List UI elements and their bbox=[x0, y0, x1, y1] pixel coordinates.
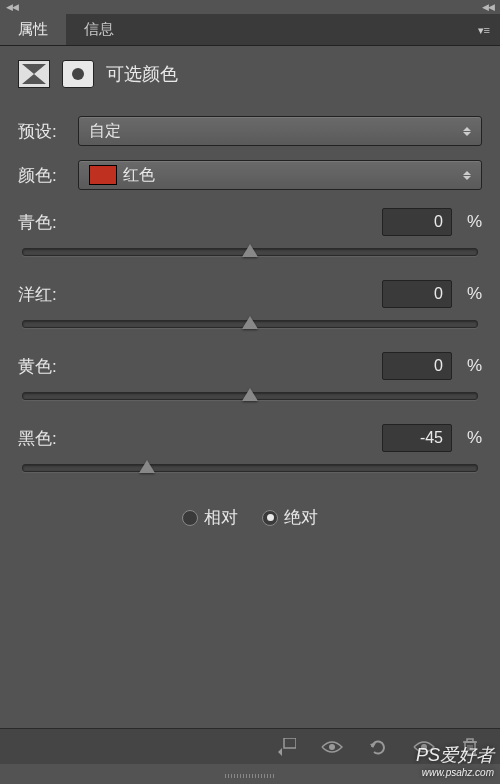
radio-label: 相对 bbox=[204, 506, 238, 529]
clip-to-layer-icon[interactable] bbox=[274, 736, 298, 758]
slider-thumb[interactable] bbox=[139, 460, 155, 473]
reset-icon[interactable] bbox=[366, 736, 390, 758]
color-row: 颜色: 红色 bbox=[18, 160, 482, 190]
radio-icon bbox=[262, 510, 278, 526]
visibility-icon[interactable] bbox=[412, 736, 436, 758]
slider-label: 黑色: bbox=[18, 427, 382, 450]
svg-rect-2 bbox=[284, 738, 296, 748]
method-radios: 相对 绝对 bbox=[18, 506, 482, 529]
svg-point-1 bbox=[72, 68, 84, 80]
slider-yellow: 黄色: % bbox=[18, 352, 482, 406]
tab-info[interactable]: 信息 bbox=[66, 14, 132, 45]
color-dropdown[interactable]: 红色 bbox=[78, 160, 482, 190]
slider-label: 黄色: bbox=[18, 355, 382, 378]
preset-label: 预设: bbox=[18, 120, 68, 143]
radio-icon bbox=[182, 510, 198, 526]
slider-unit: % bbox=[452, 428, 482, 448]
color-label: 颜色: bbox=[18, 164, 68, 187]
adjustment-icon[interactable] bbox=[18, 60, 50, 88]
panel-menu-icon[interactable]: ▾≡ bbox=[478, 23, 490, 36]
panel-topbar: ◀◀ ◀◀ bbox=[0, 0, 500, 14]
svg-point-3 bbox=[329, 744, 335, 750]
slider-thumb[interactable] bbox=[242, 388, 258, 401]
slider-label: 青色: bbox=[18, 211, 382, 234]
panel-bottom-bar bbox=[0, 728, 500, 764]
preset-value: 自定 bbox=[89, 121, 463, 142]
slider-value-input[interactable] bbox=[382, 208, 452, 236]
slider-value-input[interactable] bbox=[382, 352, 452, 380]
slider-unit: % bbox=[452, 284, 482, 304]
radio-absolute[interactable]: 绝对 bbox=[262, 506, 318, 529]
svg-rect-7 bbox=[467, 739, 473, 742]
collapse-arrows-icon[interactable]: ◀◀ bbox=[6, 2, 18, 12]
slider-cyan: 青色: % bbox=[18, 208, 482, 262]
slider-value-input[interactable] bbox=[382, 424, 452, 452]
color-swatch bbox=[89, 165, 117, 185]
adjustment-title: 可选颜色 bbox=[106, 62, 178, 86]
slider-track[interactable] bbox=[22, 456, 478, 478]
slider-label: 洋红: bbox=[18, 283, 382, 306]
resize-handle-icon[interactable] bbox=[225, 774, 275, 780]
close-arrows-icon[interactable]: ◀◀ bbox=[482, 2, 494, 12]
slider-value-input[interactable] bbox=[382, 280, 452, 308]
title-row: 可选颜色 bbox=[18, 60, 482, 88]
svg-marker-0 bbox=[22, 64, 46, 84]
trash-icon[interactable] bbox=[458, 736, 482, 758]
tab-bar: 属性 信息 ▾≡ bbox=[0, 14, 500, 46]
radio-relative[interactable]: 相对 bbox=[182, 506, 238, 529]
slider-magenta: 洋红: % bbox=[18, 280, 482, 334]
chevron-updown-icon bbox=[463, 127, 471, 136]
tab-properties[interactable]: 属性 bbox=[0, 14, 66, 45]
slider-track[interactable] bbox=[22, 384, 478, 406]
svg-point-4 bbox=[421, 744, 427, 750]
slider-unit: % bbox=[452, 356, 482, 376]
chevron-updown-icon bbox=[463, 171, 471, 180]
panel-body: 可选颜色 预设: 自定 颜色: 红色 青色: % 洋红: bbox=[0, 46, 500, 543]
radio-label: 绝对 bbox=[284, 506, 318, 529]
slider-track[interactable] bbox=[22, 312, 478, 334]
slider-track[interactable] bbox=[22, 240, 478, 262]
slider-unit: % bbox=[452, 212, 482, 232]
color-value: 红色 bbox=[123, 165, 463, 186]
preset-row: 预设: 自定 bbox=[18, 116, 482, 146]
slider-thumb[interactable] bbox=[242, 244, 258, 257]
slider-thumb[interactable] bbox=[242, 316, 258, 329]
view-previous-icon[interactable] bbox=[320, 736, 344, 758]
preset-dropdown[interactable]: 自定 bbox=[78, 116, 482, 146]
mask-icon[interactable] bbox=[62, 60, 94, 88]
slider-black: 黑色: % bbox=[18, 424, 482, 478]
